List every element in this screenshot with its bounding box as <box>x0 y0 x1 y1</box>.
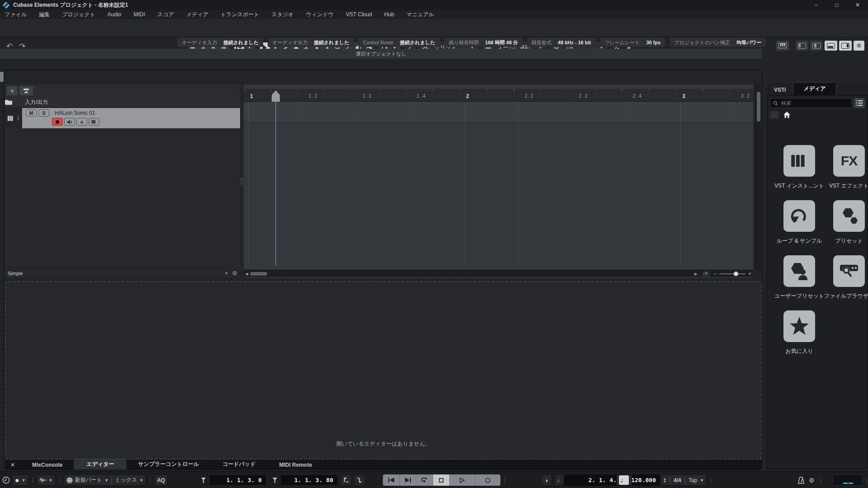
metronome-button[interactable] <box>798 477 804 484</box>
right-zone-tab-メディア[interactable]: メディア <box>793 82 836 95</box>
cycle-button[interactable] <box>416 474 433 486</box>
edit-channel-button[interactable]: e <box>76 118 87 126</box>
solo-button[interactable]: S <box>38 109 49 117</box>
media-tile-fx[interactable]: FXVST エフェクト <box>824 145 868 190</box>
mute-button[interactable]: M <box>26 109 37 117</box>
media-tile-loop[interactable]: ループ & サンプル <box>774 200 824 245</box>
edit-instrument-button[interactable] <box>89 118 99 126</box>
menu-item-スコア[interactable]: スコア <box>157 11 174 19</box>
media-tile-presets[interactable]: プリセット <box>824 200 868 245</box>
io-folder-track[interactable]: 入力/出力 <box>5 97 240 108</box>
status-segment[interactable]: プロジェクトのパン補正均等パワー <box>670 38 766 47</box>
tempo-dropdown-icon[interactable]: ▼ <box>700 478 704 483</box>
go-to-start-button[interactable] <box>383 474 400 486</box>
metronome-setup-gear-icon[interactable]: ⚙ <box>809 477 815 484</box>
zoom-preset-dropdown[interactable]: ▼ <box>703 271 710 277</box>
drag-grip[interactable] <box>504 478 505 483</box>
right-zone-tab-VSTi[interactable]: VSTi <box>767 85 793 95</box>
vertical-scroll-thumb[interactable] <box>757 92 760 122</box>
track-name[interactable]: HALion Sonic 01 <box>55 110 95 116</box>
close-lower-zone-icon[interactable]: ✕ <box>5 462 20 469</box>
menu-item-ファイル[interactable]: ファイル <box>5 11 27 19</box>
status-segment[interactable]: オーディオ入力接続されました <box>177 38 263 47</box>
status-segment[interactable]: オーディオ出力接続されました <box>268 38 354 47</box>
menu-item-VST Cloud[interactable]: VST Cloud <box>346 11 372 18</box>
tab-MixConsole[interactable]: MixConsole <box>20 460 74 469</box>
horizontal-scroll-thumb[interactable] <box>250 272 267 276</box>
minimize-button[interactable]: – <box>806 0 826 10</box>
tab-MIDI Remote[interactable]: MIDI Remote <box>267 460 324 469</box>
media-tile-piano[interactable]: VST インスト...ント <box>774 145 824 190</box>
menu-item-編集[interactable]: 編集 <box>39 11 50 19</box>
constrain-delay-compensation-icon[interactable] <box>2 476 10 484</box>
tab-エディター[interactable]: エディター <box>74 459 126 469</box>
drag-grip[interactable] <box>150 478 151 483</box>
playhead-marker[interactable] <box>271 89 281 102</box>
record-enable-button[interactable] <box>52 118 63 126</box>
zoom-preset-caret-icon[interactable]: ▾ <box>225 271 227 276</box>
zone-divider-handle[interactable] <box>240 84 244 278</box>
track-settings-gear-icon[interactable]: ⚙ <box>232 270 237 277</box>
play-button[interactable] <box>450 474 475 486</box>
zoom-out-icon[interactable]: − <box>713 271 717 277</box>
menu-item-トランスポート[interactable]: トランスポート <box>221 11 259 19</box>
drag-grip[interactable] <box>710 478 711 483</box>
drag-grip[interactable] <box>59 478 60 483</box>
tempo-display[interactable]: 120.000 <box>632 474 660 486</box>
close-button[interactable]: ✕ <box>847 0 868 10</box>
menu-item-MIDI[interactable]: MIDI <box>134 11 145 18</box>
zoom-preset-label[interactable]: Simple <box>8 271 23 276</box>
horizontal-zoom-slider[interactable]: − + <box>713 271 751 277</box>
tab-サンプラーコントロール[interactable]: サンプラーコントロール <box>126 459 211 469</box>
midi-record-mode-menu[interactable]: 新規パート ▼ | ミックス ▼ <box>64 474 146 486</box>
menu-item-メディア[interactable]: メディア <box>186 11 208 19</box>
scroll-left-icon[interactable]: ◀ <box>244 272 250 276</box>
menu-item-ウィンドウ[interactable]: ウィンドウ <box>306 11 334 19</box>
use-track-preset-button[interactable] <box>19 86 33 95</box>
media-tile-user-presets[interactable]: ユーザープリセット <box>774 255 824 300</box>
menu-item-スタジオ[interactable]: スタジオ <box>272 11 294 19</box>
tab-コードパッド[interactable]: コードパッド <box>211 459 267 469</box>
right-locator-display[interactable]: 1. 1. 3. 80 <box>280 474 338 486</box>
arrange-area[interactable]: 11.21.31.422.22.32.433.2 ◀ ▶ ▼ − + <box>244 84 753 278</box>
go-to-right-locator-icon[interactable] <box>272 477 278 483</box>
scroll-right-icon[interactable]: ▶ <box>693 272 699 276</box>
pre-roll-button[interactable]: ◗ <box>541 474 552 486</box>
punch-in-button[interactable] <box>340 474 352 486</box>
drag-grip[interactable] <box>821 478 821 483</box>
event-grid[interactable] <box>244 102 753 266</box>
tempo-track-icon[interactable]: ♩ <box>619 475 629 485</box>
instrument-track[interactable]: 1 M S HALion Sonic 01 e <box>5 108 240 128</box>
go-to-left-locator-icon[interactable] <box>200 477 207 483</box>
go-to-end-button[interactable] <box>400 474 416 486</box>
menu-item-マニュアル[interactable]: マニュアル <box>406 11 434 19</box>
status-segment[interactable]: 残り録音時間168 時間 48 分 <box>444 38 523 47</box>
media-tile-file-browser[interactable]: ファイルブラウザー <box>824 255 868 300</box>
add-track-button[interactable]: + <box>7 86 18 95</box>
drag-grip[interactable] <box>866 478 867 483</box>
horizontal-scrollbar[interactable]: ◀ ▶ ▼ − + <box>244 270 753 277</box>
home-icon[interactable] <box>783 112 790 118</box>
time-signature[interactable]: 4/4 <box>674 477 681 483</box>
record-button[interactable] <box>475 474 500 486</box>
status-segment[interactable]: 録音形式48 kHz - 16 bit <box>527 38 595 47</box>
tap-tempo-button[interactable]: Tap <box>689 477 697 483</box>
media-search-field[interactable]: 検索 <box>770 98 852 108</box>
timeline-ruler[interactable]: 11.21.31.422.22.32.433.2 <box>244 89 753 102</box>
maximize-button[interactable]: □ <box>826 0 847 10</box>
drag-grip[interactable] <box>32 478 33 483</box>
zoom-in-icon[interactable]: + <box>748 271 751 277</box>
results-list-view-button[interactable] <box>854 98 865 108</box>
auto-quantize-button[interactable]: AQ <box>154 474 168 486</box>
status-segment[interactable]: Control Room接続されました <box>359 38 440 47</box>
media-tile-favorites[interactable]: お気に入り <box>774 310 824 355</box>
common-record-mode-menu[interactable]: ●▼ <box>12 474 28 486</box>
menu-item-Hub[interactable]: Hub <box>384 11 394 18</box>
tempo-spinner[interactable]: ▲▼ <box>663 478 666 483</box>
stop-button[interactable] <box>433 474 450 486</box>
punch-out-button[interactable] <box>354 474 365 486</box>
zoom-slider-knob[interactable] <box>734 272 738 276</box>
menu-item-Audio[interactable]: Audio <box>108 11 122 18</box>
monitor-button[interactable] <box>64 118 75 126</box>
left-locator-display[interactable]: 1. 1. 3. 0 <box>209 474 267 486</box>
